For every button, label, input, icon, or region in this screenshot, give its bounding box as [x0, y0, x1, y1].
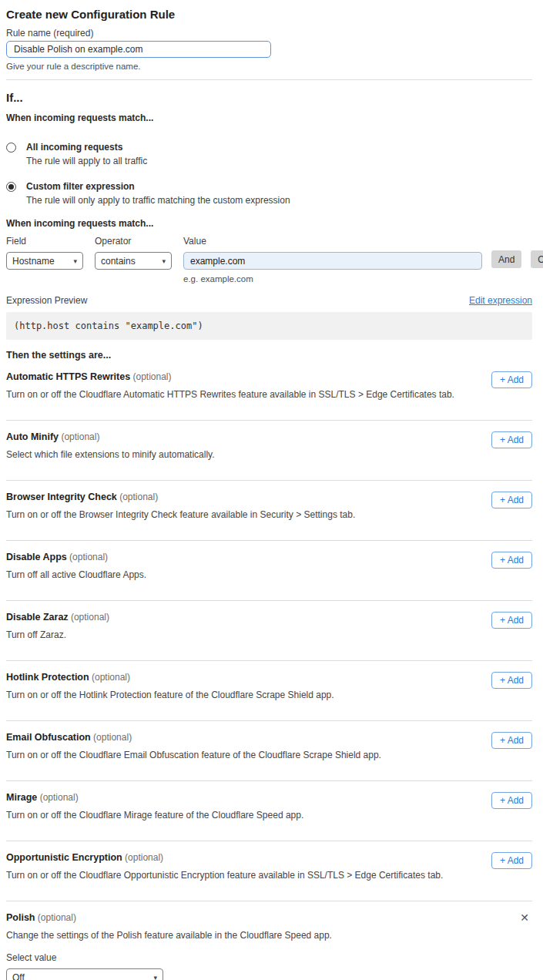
setting-title: Polish	[6, 912, 35, 923]
setting-description: Turn on or off the Cloudflare Mirage fea…	[6, 810, 532, 821]
create-configuration-rule-form: Create new Configuration Rule Rule name …	[0, 0, 543, 980]
close-icon[interactable]: ✕	[518, 911, 531, 925]
setting-row: Opportunistic Encryption (optional) Turn…	[6, 841, 532, 901]
setting-optional: (optional)	[40, 792, 79, 803]
builder-heading: When incoming requests match...	[6, 218, 532, 229]
edit-expression-link[interactable]: Edit expression	[469, 295, 532, 306]
setting-optional: (optional)	[61, 431, 99, 442]
add-setting-button[interactable]: + Add	[491, 672, 532, 689]
add-setting-button[interactable]: + Add	[491, 612, 532, 629]
rule-name-group: Rule name (required) Give your rule a de…	[6, 28, 532, 71]
operator-select[interactable]: contains ▾	[95, 252, 172, 270]
operator-label: Operator	[95, 236, 172, 247]
setting-title: Disable Apps	[6, 552, 67, 562]
value-column: Value e.g. example.com	[183, 236, 482, 284]
radio-label: Custom filter expression	[26, 181, 290, 192]
section-divider	[6, 79, 532, 80]
page-title: Create new Configuration Rule	[6, 8, 532, 21]
setting-row: Hotlink Protection (optional) Turn on or…	[6, 661, 532, 721]
expression-preview-row: Expression Preview Edit expression	[6, 295, 532, 306]
setting-row-polish: Polish (optional) ✕ Change the settings …	[6, 901, 532, 980]
and-button[interactable]: And	[491, 250, 521, 268]
setting-head: Auto Minify (optional)	[6, 431, 532, 442]
add-setting-button[interactable]: + Add	[491, 371, 532, 388]
setting-optional: (optional)	[69, 552, 108, 562]
add-setting-button[interactable]: + Add	[491, 492, 532, 508]
radio-label: All incoming requests	[26, 142, 147, 153]
setting-head: Disable Apps (optional)	[6, 552, 532, 562]
radio-description: The rule will only apply to traffic matc…	[26, 195, 290, 206]
setting-title: Opportunistic Encryption	[6, 852, 122, 863]
radio-text: All incoming requests The rule will appl…	[26, 142, 147, 166]
setting-head: Disable Zaraz (optional)	[6, 612, 532, 623]
polish-select-value: Off	[12, 972, 25, 980]
setting-optional: (optional)	[125, 852, 163, 863]
setting-description: Turn on or off the Cloudflare Email Obfu…	[6, 750, 532, 760]
setting-title: Mirage	[6, 792, 37, 803]
setting-head: Email Obfuscation (optional)	[6, 732, 532, 743]
match-label: When incoming requests match...	[6, 112, 532, 123]
add-setting-button[interactable]: + Add	[491, 792, 532, 809]
setting-description: Turn on or off the Cloudflare Automatic …	[6, 389, 532, 400]
add-setting-button[interactable]: + Add	[491, 552, 532, 569]
connector-buttons: And Or	[482, 236, 543, 268]
polish-value-select[interactable]: Off ▾	[6, 968, 163, 980]
setting-optional: (optional)	[38, 912, 76, 923]
setting-description: Turn on or off the Cloudflare Opportunis…	[6, 870, 532, 881]
settings-list: Automatic HTTPS Rewrites (optional) Turn…	[6, 361, 532, 901]
rule-name-help: Give your rule a descriptive name.	[6, 62, 532, 71]
expression-preview-code: (http.host contains "example.com")	[6, 312, 532, 340]
setting-head: Polish (optional)	[6, 912, 532, 923]
value-label: Value	[183, 236, 482, 247]
expression-preview-label: Expression Preview	[6, 295, 87, 306]
setting-description: Change the settings of the Polish featur…	[6, 930, 532, 941]
field-select-value: Hostname	[12, 256, 55, 267]
setting-description: Select which file extensions to minify a…	[6, 449, 532, 460]
setting-row: Disable Zaraz (optional) Turn off Zaraz.…	[6, 601, 532, 661]
add-setting-button[interactable]: + Add	[491, 431, 532, 448]
setting-description: Turn off all active Cloudflare Apps.	[6, 569, 532, 580]
setting-row: Email Obfuscation (optional) Turn on or …	[6, 721, 532, 781]
radio-option[interactable]: Custom filter expression The rule will o…	[6, 181, 532, 206]
setting-head: Browser Integrity Check (optional)	[6, 492, 532, 502]
setting-head: Opportunistic Encryption (optional)	[6, 852, 532, 863]
field-label: Field	[6, 236, 83, 247]
chevron-down-icon: ▾	[73, 257, 77, 265]
or-button[interactable]: Or	[531, 250, 543, 268]
add-setting-button[interactable]: + Add	[491, 732, 532, 749]
setting-row: Auto Minify (optional) Select which file…	[6, 421, 532, 481]
radio-description: The rule will apply to all traffic	[26, 156, 147, 166]
radio-option[interactable]: All incoming requests The rule will appl…	[6, 142, 532, 166]
radio-text: Custom filter expression The rule will o…	[26, 181, 290, 206]
value-hint: e.g. example.com	[183, 274, 482, 284]
setting-row: Automatic HTTPS Rewrites (optional) Turn…	[6, 361, 532, 421]
setting-title: Browser Integrity Check	[6, 492, 117, 502]
operator-column: Operator contains ▾	[95, 236, 172, 270]
rule-name-input[interactable]	[6, 41, 271, 58]
value-input[interactable]	[183, 252, 482, 270]
setting-row: Disable Apps (optional) Turn off all act…	[6, 541, 532, 601]
add-setting-button[interactable]: + Add	[491, 852, 532, 869]
radio-icon[interactable]	[6, 182, 16, 192]
operator-select-value: contains	[101, 256, 136, 267]
expression-builder: Field Hostname ▾ Operator contains ▾ Val…	[6, 236, 532, 284]
then-heading: Then the settings are...	[6, 350, 532, 361]
setting-description: Turn on or off the Browser Integrity Che…	[6, 509, 532, 520]
field-select[interactable]: Hostname ▾	[6, 252, 83, 270]
if-heading: If...	[6, 91, 532, 104]
chevron-down-icon: ▾	[153, 974, 157, 980]
setting-head: Mirage (optional)	[6, 792, 532, 803]
setting-optional: (optional)	[71, 612, 109, 623]
rule-name-label: Rule name (required)	[6, 28, 532, 39]
request-match-radio-group: All incoming requests The rule will appl…	[6, 142, 532, 206]
select-value-label: Select value	[6, 952, 532, 963]
setting-description: Turn off Zaraz.	[6, 629, 532, 640]
setting-title: Email Obfuscation	[6, 732, 91, 743]
setting-title: Automatic HTTPS Rewrites	[6, 371, 130, 382]
radio-icon[interactable]	[6, 143, 16, 153]
setting-head: Automatic HTTPS Rewrites (optional)	[6, 371, 532, 382]
setting-title: Hotlink Protection	[6, 672, 89, 683]
setting-description: Turn on or off the Hotlink Protection fe…	[6, 690, 532, 700]
setting-optional: (optional)	[119, 492, 158, 502]
setting-optional: (optional)	[93, 732, 132, 743]
